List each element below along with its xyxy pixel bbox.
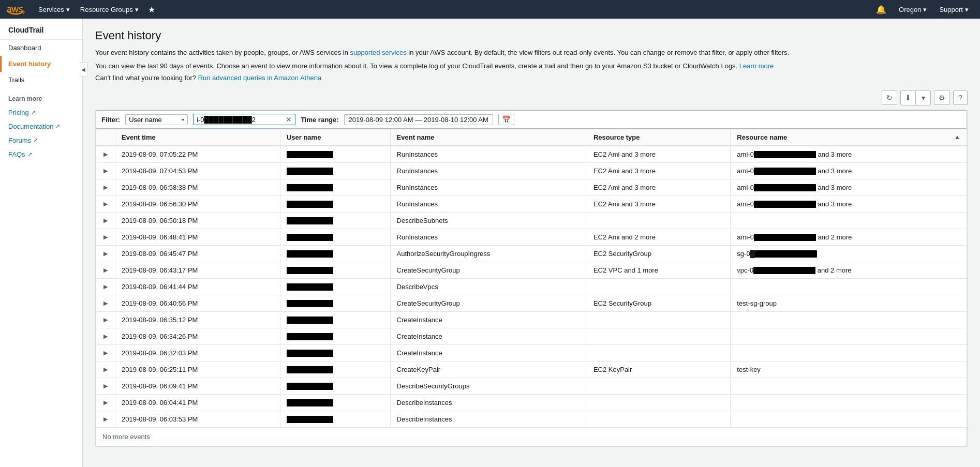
- row-expand-button[interactable]: ▶: [102, 282, 109, 291]
- row-expand-button[interactable]: ▶: [102, 200, 109, 208]
- table-row[interactable]: ▶2019-08-09, 06:40:56 PMCreateSecurityGr…: [96, 295, 967, 312]
- row-expand-button[interactable]: ▶: [102, 398, 109, 407]
- sidebar-item-pricing[interactable]: Pricing ↗: [0, 106, 82, 119]
- advanced-query-link[interactable]: Run advanced queries in Amazon Athena: [198, 74, 322, 82]
- cell-event-name: CreateKeyPair: [390, 361, 587, 378]
- right-nav: 🔔 Oregon ▾ Support ▾: [871, 0, 974, 19]
- sidebar-item-faqs[interactable]: FAQs ↗: [0, 147, 82, 161]
- row-expand-button[interactable]: ▶: [102, 150, 109, 159]
- cell-event-time: 2019-08-09, 06:56:30 PM: [115, 196, 280, 213]
- cell-user-name: [280, 279, 390, 295]
- download-button[interactable]: ⬇: [901, 91, 916, 105]
- cell-event-time: 2019-08-09, 06:40:56 PM: [115, 295, 280, 312]
- row-expand-button[interactable]: ▶: [102, 365, 109, 374]
- cell-resource-name: [731, 213, 967, 229]
- cell-event-time: 2019-08-09, 07:04:53 PM: [115, 163, 280, 179]
- row-expand-button[interactable]: ▶: [102, 349, 109, 357]
- page-title: Event history: [95, 29, 968, 42]
- table-row[interactable]: ▶2019-08-09, 06:48:41 PMRunInstancesEC2 …: [96, 229, 967, 246]
- table-row[interactable]: ▶2019-08-09, 06:09:41 PMDescribeSecurity…: [96, 378, 967, 395]
- calendar-button[interactable]: 📅: [498, 114, 514, 125]
- sidebar-toggle-button[interactable]: ◀: [79, 62, 87, 77]
- filter-clear-button[interactable]: ✕: [286, 115, 292, 124]
- table-row[interactable]: ▶2019-08-09, 07:04:53 PMRunInstancesEC2 …: [96, 163, 967, 179]
- cell-resource-name: [731, 411, 967, 428]
- cell-resource-type: EC2 Ami and 3 more: [587, 196, 730, 213]
- scroll-top-icon[interactable]: ▲: [954, 133, 960, 141]
- table-row[interactable]: ▶2019-08-09, 06:35:12 PMCreateInstance: [96, 312, 967, 328]
- table-row[interactable]: ▶2019-08-09, 06:34:26 PMCreateInstance: [96, 328, 967, 345]
- aws-logo[interactable]: [6, 4, 25, 15]
- cell-event-name: RunInstances: [390, 179, 587, 196]
- filter-bar: Filter: User name Event name Resource ty…: [96, 110, 967, 129]
- table-header: Event time User name Event name Resource…: [96, 129, 967, 146]
- download-button-group: ⬇ ▾: [900, 90, 931, 106]
- supported-services-link[interactable]: supported services: [350, 49, 407, 56]
- sidebar-item-dashboard[interactable]: Dashboard: [0, 40, 82, 56]
- learn-more-link[interactable]: Learn more: [739, 62, 774, 70]
- row-expand-button[interactable]: ▶: [102, 183, 109, 192]
- resource-groups-menu[interactable]: Resource Groups ▾: [75, 0, 144, 19]
- row-expand-button[interactable]: ▶: [102, 382, 109, 390]
- favorites-star-button[interactable]: ★: [144, 5, 159, 14]
- cell-resource-type: [587, 395, 730, 411]
- cell-resource-type: [587, 312, 730, 328]
- table-row[interactable]: ▶2019-08-09, 06:43:17 PMCreateSecurityGr…: [96, 262, 967, 279]
- support-chevron-icon: ▾: [965, 6, 969, 13]
- sidebar-item-trails[interactable]: Trails: [0, 72, 82, 88]
- table-row[interactable]: ▶2019-08-09, 06:32:03 PMCreateInstance: [96, 345, 967, 361]
- cell-user-name: [280, 146, 390, 163]
- resource-groups-chevron-icon: ▾: [135, 6, 139, 13]
- region-menu[interactable]: Oregon ▾: [894, 0, 932, 19]
- table-row[interactable]: ▶2019-08-09, 06:03:53 PMDescribeInstance…: [96, 411, 967, 428]
- filter-value-input[interactable]: [197, 116, 284, 124]
- row-expand-button[interactable]: ▶: [102, 332, 109, 341]
- cell-user-name: [280, 295, 390, 312]
- sidebar-item-forums[interactable]: Forums ↗: [0, 133, 82, 147]
- table-row[interactable]: ▶2019-08-09, 06:50:18 PMDescribeSubnets: [96, 213, 967, 229]
- download-dropdown-button[interactable]: ▾: [916, 91, 930, 105]
- cell-resource-type: EC2 KeyPair: [587, 361, 730, 378]
- settings-button[interactable]: ⚙: [934, 91, 950, 105]
- cell-event-name: CreateInstance: [390, 312, 587, 328]
- row-expand-button[interactable]: ▶: [102, 167, 109, 175]
- row-expand-button[interactable]: ▶: [102, 415, 109, 424]
- row-expand-button[interactable]: ▶: [102, 216, 109, 225]
- row-expand-button[interactable]: ▶: [102, 266, 109, 275]
- table-toolbar: ↻ ⬇ ▾ ⚙ ?: [95, 90, 968, 106]
- filter-type-select[interactable]: User name Event name Resource type Resou…: [129, 116, 180, 124]
- cell-resource-type: EC2 VPC and 1 more: [587, 262, 730, 279]
- table-row[interactable]: ▶2019-08-09, 06:45:47 PMAuthorizeSecurit…: [96, 246, 967, 262]
- cell-event-name: DescribeSubnets: [390, 213, 587, 229]
- cell-event-time: 2019-08-09, 06:04:41 PM: [115, 395, 280, 411]
- cell-event-name: DescribeInstances: [390, 411, 587, 428]
- refresh-button[interactable]: ↻: [882, 91, 897, 105]
- table-row[interactable]: ▶2019-08-09, 06:25:11 PMCreateKeyPairEC2…: [96, 361, 967, 378]
- sidebar-item-documentation[interactable]: Documentation ↗: [0, 119, 82, 133]
- table-row[interactable]: ▶2019-08-09, 06:58:38 PMRunInstancesEC2 …: [96, 179, 967, 196]
- table-row[interactable]: ▶2019-08-09, 06:04:41 PMDescribeInstance…: [96, 395, 967, 411]
- cell-user-name: [280, 229, 390, 246]
- support-menu[interactable]: Support ▾: [934, 0, 974, 19]
- cell-resource-type: EC2 SecurityGroup: [587, 246, 730, 262]
- row-expand-button[interactable]: ▶: [102, 299, 109, 308]
- cell-user-name: [280, 378, 390, 395]
- table-row[interactable]: ▶2019-08-09, 06:56:30 PMRunInstancesEC2 …: [96, 196, 967, 213]
- table-row[interactable]: ▶2019-08-09, 06:41:44 PMDescribeVpcs: [96, 279, 967, 295]
- cell-resource-name: [731, 312, 967, 328]
- row-expand-button[interactable]: ▶: [102, 315, 109, 324]
- table-row[interactable]: ▶2019-08-09, 07:05:22 PMRunInstancesEC2 …: [96, 146, 967, 163]
- notifications-bell-icon[interactable]: 🔔: [871, 5, 892, 14]
- cell-event-name: DescribeSecurityGroups: [390, 378, 587, 395]
- cell-user-name: [280, 312, 390, 328]
- row-expand-button[interactable]: ▶: [102, 233, 109, 242]
- sidebar-item-event-history[interactable]: Event history: [0, 56, 82, 72]
- help-button[interactable]: ?: [953, 91, 968, 105]
- cell-resource-name: [731, 395, 967, 411]
- cell-resource-name: test-sg-group: [731, 295, 967, 312]
- expand-column-header: [96, 129, 115, 146]
- row-expand-button[interactable]: ▶: [102, 249, 109, 258]
- services-menu[interactable]: Services ▾: [33, 0, 75, 19]
- external-link-icon-2: ↗: [55, 123, 60, 130]
- external-link-icon: ↗: [31, 109, 36, 116]
